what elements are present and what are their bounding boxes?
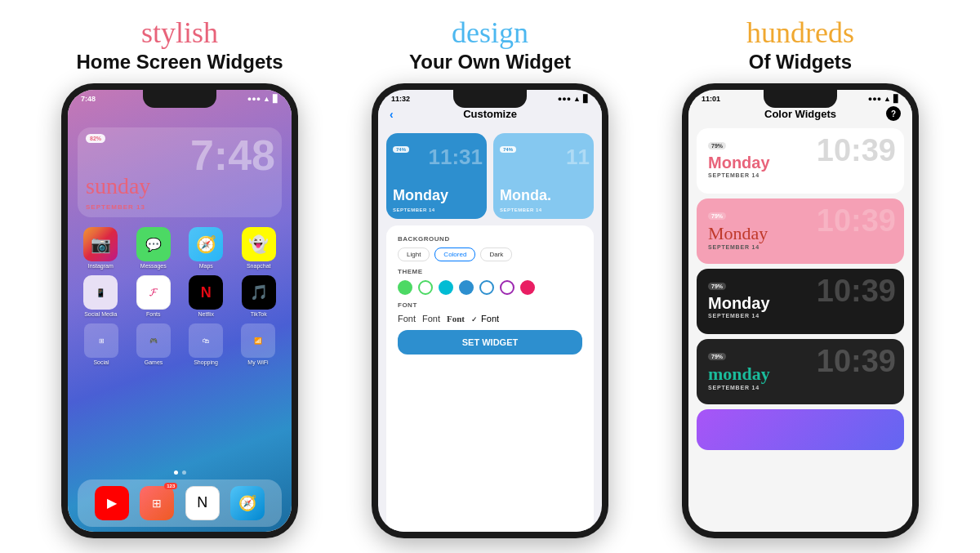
- app-mywifi[interactable]: 📶 My WiFi: [234, 323, 282, 365]
- phone-1-screen: 7:48 ●●● ▲ ▊ 82% 7:48 sunday SEPTEMBER 1…: [68, 90, 292, 531]
- time-widget-area: 82% 7:48 sunday SEPTEMBER 13: [68, 105, 292, 224]
- small-label-1: Social: [93, 359, 109, 365]
- font-opt-2[interactable]: Font: [422, 314, 440, 323]
- dock-safari[interactable]: 🧭: [230, 486, 265, 520]
- app-shopping[interactable]: 🛍 Shopping: [182, 323, 229, 365]
- panel-2-bold: Your Own Widget: [409, 51, 571, 74]
- panel-1-bold: Home Screen Widgets: [76, 51, 283, 74]
- cw4-battery: 79%: [708, 353, 726, 360]
- widget-time: 7:48: [190, 134, 275, 176]
- wp2-day: Monda.: [500, 187, 551, 204]
- dock-youtube[interactable]: ▶: [95, 486, 129, 520]
- font-opt-1[interactable]: Font: [398, 314, 416, 323]
- wp1-battery: 74%: [393, 146, 409, 153]
- widget-date: SEPTEMBER 13: [86, 203, 145, 211]
- social-label: Social Media: [84, 311, 117, 317]
- bg-dark[interactable]: Dark: [480, 248, 512, 261]
- theme-dot-green[interactable]: [398, 280, 412, 295]
- app-snapchat[interactable]: 👻 Snapchat: [236, 227, 283, 269]
- cw2-date: SEPTEMBER 14: [708, 244, 893, 250]
- panel-1: stylish Home Screen Widgets 7:48 ●●● ▲ ▊: [33, 16, 327, 538]
- status-icons-3: ●●● ▲ ▊: [868, 95, 899, 103]
- app-grid-row1: 📷 Instagram 💬 Messages 🧭 Maps 👻: [68, 224, 292, 272]
- tiktok-icon: 🎵: [242, 275, 276, 310]
- theme-dot-blue-outline[interactable]: [479, 280, 494, 295]
- app-fonts[interactable]: 𝓕 Fonts: [131, 275, 177, 317]
- fonts-icon: 𝓕: [136, 275, 171, 310]
- wp1-date: SEPTEMBER 14: [393, 207, 435, 212]
- small-icon-3: 🛍: [189, 323, 223, 358]
- customize-options: BACKGROUND Light Colored Dark THEME: [386, 225, 594, 531]
- bg-options: Light Colored Dark: [398, 248, 582, 261]
- shortcut-badge: 123: [164, 483, 177, 489]
- back-button[interactable]: ‹: [390, 108, 394, 121]
- theme-label: THEME: [398, 268, 582, 275]
- app-netflix[interactable]: N Netflix: [183, 275, 229, 317]
- panel-1-title: stylish Home Screen Widgets: [76, 16, 283, 74]
- panel-2: design Your Own Widget 11:32 ●●● ▲ ▊: [343, 16, 637, 538]
- app-maps[interactable]: 🧭 Maps: [183, 227, 229, 269]
- help-button[interactable]: ?: [886, 106, 901, 121]
- netflix-icon: N: [189, 275, 223, 310]
- dock-area: ▶ ⊞ 123 N 🧭: [68, 466, 292, 532]
- dock-notion[interactable]: N: [185, 486, 220, 520]
- snapchat-icon: 👻: [242, 227, 276, 261]
- theme-dot-green-outline[interactable]: [418, 280, 433, 295]
- theme-dot-pink[interactable]: [520, 280, 535, 295]
- font-label: FONT: [398, 301, 582, 309]
- app-tiktok[interactable]: 🎵 TikTok: [236, 275, 283, 317]
- status-icons-2: ●●● ▲ ▊: [558, 95, 589, 103]
- theme-dot-teal[interactable]: [439, 280, 453, 295]
- signal-icon-3: ●●●: [868, 95, 881, 103]
- dock-shortcut[interactable]: ⊞ 123: [140, 486, 174, 520]
- app-games[interactable]: 🎮 Games: [130, 323, 177, 365]
- customize-screen: 11:32 ●●● ▲ ▊ ‹ Customize 74%: [378, 90, 602, 531]
- small-icon-1: ⊞: [84, 323, 118, 358]
- cw1-time: 10:39: [817, 135, 896, 166]
- app-instagram[interactable]: 📷 Instagram: [78, 227, 124, 269]
- theme-dot-purple[interactable]: [500, 280, 514, 295]
- bg-light[interactable]: Light: [398, 248, 430, 261]
- phone-1-frame: 7:48 ●●● ▲ ▊ 82% 7:48 sunday SEPTEMBER 1…: [61, 83, 298, 537]
- panel-2-title: design Your Own Widget: [409, 16, 571, 74]
- cw2-time: 10:39: [817, 205, 896, 236]
- font-opt-3[interactable]: Font: [447, 314, 465, 323]
- app-social[interactable]: 📱 Social Media: [78, 275, 124, 317]
- widget-day: sunday: [86, 173, 150, 199]
- widget-preview-2: 74% 11 Monda. SEPTEMBER 14: [493, 133, 594, 219]
- status-icons-1: ●●● ▲ ▊: [247, 95, 278, 103]
- maps-icon: 🧭: [189, 227, 223, 261]
- font-opt-4[interactable]: ✓ Font: [471, 314, 499, 323]
- font-options: Font Font Font ✓ Font: [398, 314, 582, 323]
- page-dots: [78, 470, 282, 475]
- cw-list: 79% 10:39 Monday SEPTEMBER 14 79% 10:39 …: [688, 125, 912, 531]
- bg-colored[interactable]: Colored: [434, 248, 475, 261]
- cw4-time: 10:39: [817, 346, 896, 377]
- signal-icon-2: ●●●: [558, 95, 571, 103]
- bg-label: BACKGROUND: [398, 235, 582, 243]
- phone-2-notch: [453, 90, 527, 108]
- app-social2[interactable]: ⊞ Social: [78, 323, 125, 365]
- theme-dot-blue[interactable]: [459, 280, 474, 295]
- battery-icon: ▊: [273, 95, 278, 103]
- panel-3-title: hundreds Of Widgets: [746, 16, 854, 74]
- phone-3-frame: 11:01 ●●● ▲ ▊ Color Widgets ?: [682, 83, 919, 537]
- wp1-time: 11:31: [429, 146, 483, 167]
- set-widget-button[interactable]: SET WIDGET: [398, 330, 582, 355]
- app-grid-row3: ⊞ Social 🎮 Games 🛍 Shopping 📶: [68, 320, 292, 368]
- phone-3-notch: [764, 90, 837, 108]
- panel-2-cursive: design: [409, 16, 571, 51]
- fonts-label: Fonts: [146, 311, 161, 317]
- time-widget: 82% 7:48 sunday SEPTEMBER 13: [78, 127, 282, 217]
- wifi-icon: ▲: [263, 95, 270, 103]
- app-messages[interactable]: 💬 Messages: [131, 227, 177, 269]
- tiktok-label: TikTok: [251, 311, 267, 317]
- messages-label: Messages: [140, 263, 167, 269]
- wp2-time: 11: [566, 146, 590, 167]
- phone-3-screen: 11:01 ●●● ▲ ▊ Color Widgets ?: [688, 90, 912, 531]
- theme-dots: [398, 280, 582, 295]
- panel-1-cursive: stylish: [76, 16, 283, 51]
- cw2-battery: 79%: [708, 212, 726, 220]
- wp2-battery: 74%: [500, 146, 516, 153]
- battery-icon-2: ▊: [583, 95, 589, 103]
